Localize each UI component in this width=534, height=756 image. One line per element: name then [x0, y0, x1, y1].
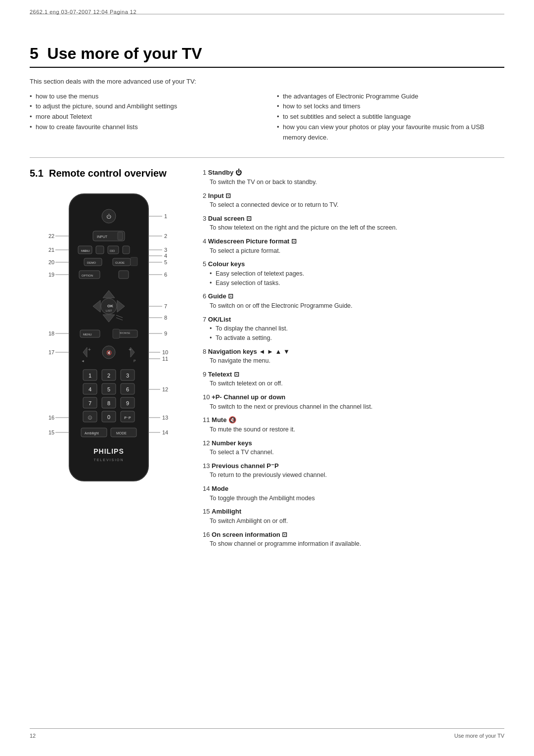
svg-text:🔇: 🔇 — [106, 350, 112, 356]
svg-text:8: 8 — [164, 315, 167, 321]
svg-text:OK: OK — [107, 304, 113, 308]
svg-text:P: P — [134, 359, 136, 363]
svg-text:Ambilight: Ambilight — [85, 431, 99, 435]
svg-text:LIST: LIST — [106, 309, 112, 312]
svg-text:14: 14 — [162, 429, 168, 435]
svg-text:17: 17 — [48, 349, 54, 355]
svg-text:MODE: MODE — [116, 431, 127, 435]
svg-rect-34 — [113, 329, 120, 338]
svg-text:GUIDE: GUIDE — [115, 261, 125, 264]
list-item: 3 Dual screen ⊡ To show teletext on the … — [203, 214, 504, 233]
intro-item: how you can view your photos or play you… — [277, 122, 504, 143]
svg-text:ⓘ: ⓘ — [88, 416, 92, 420]
items-list: 1 Standby ⏻ To switch the TV on or back … — [203, 168, 504, 553]
svg-text:PHILIPS: PHILIPS — [93, 447, 124, 455]
page: 2662.1 eng 03-07-2007 12:04 Pagina 12 5 … — [0, 0, 534, 756]
list-item: 16 On screen information ⊡ To show chann… — [203, 530, 504, 549]
intro-lists: how to use the menus to adjust the pictu… — [30, 92, 504, 143]
svg-text:7: 7 — [164, 303, 167, 309]
svg-text:20: 20 — [48, 259, 54, 265]
svg-text:◄: ◄ — [81, 359, 85, 363]
svg-text:1: 1 — [89, 373, 91, 378]
svg-text:18: 18 — [48, 331, 54, 336]
svg-text:P⁻P: P⁻P — [124, 416, 131, 420]
svg-text:⏻: ⏻ — [106, 214, 111, 219]
svg-text:9: 9 — [164, 331, 167, 336]
svg-text:TELEVISION: TELEVISION — [93, 458, 124, 462]
svg-text:5: 5 — [107, 386, 110, 392]
svg-text:16: 16 — [48, 415, 54, 421]
list-item: 2 Input ⊡ To select a connected device o… — [203, 191, 504, 210]
list-item: 1 Standby ⏻ To switch the TV on or back … — [203, 168, 504, 187]
svg-text:INPUT: INPUT — [97, 235, 108, 238]
footer-page-number: 12 — [30, 733, 36, 739]
intro-list-left: how to use the menus to adjust the pictu… — [30, 92, 257, 143]
chapter-title: 5 Use more of your TV — [30, 45, 504, 68]
list-item: 10 +P- Channel up or down To switch to t… — [203, 392, 504, 411]
svg-text:7: 7 — [89, 400, 91, 406]
svg-text:MENU: MENU — [83, 333, 92, 336]
intro-item: more about Teletext — [30, 112, 257, 122]
svg-text:3: 3 — [126, 373, 129, 378]
svg-text:+: + — [129, 347, 132, 352]
svg-text:9: 9 — [126, 400, 129, 406]
svg-text:10: 10 — [162, 349, 168, 355]
svg-text:6: 6 — [164, 272, 167, 278]
svg-text:C: C — [85, 249, 87, 252]
svg-text:2: 2 — [164, 233, 167, 239]
svg-text:8: 8 — [107, 400, 110, 406]
svg-text:4: 4 — [89, 386, 91, 392]
footer-rule — [30, 728, 504, 729]
list-item: 14 Mode To toggle through the Ambilight … — [203, 484, 504, 503]
section-heading: 5.1 Remote control overview — [30, 168, 188, 179]
remote-svg: ⏻ INPUT MENU C ⊡⊡ — [40, 189, 178, 496]
intro-list-right: the advantages of Electronic Programme G… — [277, 92, 504, 143]
svg-text:DEMO: DEMO — [87, 261, 96, 264]
list-item: 4 Widescreen Picture format ⊡ To select … — [203, 236, 504, 255]
svg-text:0: 0 — [107, 414, 110, 420]
section-51-content: 5.1 Remote control overview ⏻ INPUT — [30, 168, 504, 553]
svg-rect-20 — [119, 271, 129, 279]
svg-text:⊡⊡: ⊡⊡ — [110, 249, 115, 252]
svg-text:12: 12 — [162, 386, 168, 392]
svg-text:1: 1 — [164, 213, 167, 219]
header-text: 2662.1 eng 03-07-2007 12:04 Pagina 12 — [30, 9, 136, 15]
intro-item: to adjust the picture, sound and Ambilig… — [30, 101, 257, 112]
main-content: 5 Use more of your TV This section deals… — [30, 30, 504, 716]
svg-text:13: 13 — [162, 415, 168, 421]
section-divider — [30, 157, 504, 158]
svg-text:19: 19 — [48, 272, 54, 278]
list-item: 9 Teletext ⊡ To switch teletext on or of… — [203, 370, 504, 388]
intro-item: how to create favourite channel lists — [30, 122, 257, 133]
svg-rect-9 — [96, 246, 104, 254]
list-item: 11 Mute 🔇 To mute the sound or restore i… — [203, 415, 504, 434]
svg-text:4: 4 — [164, 253, 167, 259]
svg-text:BROWSE: BROWSE — [119, 331, 131, 334]
svg-text:15: 15 — [48, 429, 54, 435]
list-item: 15 Ambilight To switch Ambilight on or o… — [203, 507, 504, 525]
list-item: 7 OK/List To display the channel list. T… — [203, 315, 504, 343]
list-item: 5 Colour keys Easy selection of teletext… — [203, 259, 504, 287]
intro-item: how to set locks and timers — [277, 101, 504, 112]
remote-items: 1 Standby ⏻ To switch the TV on or back … — [203, 168, 504, 549]
remote-control: ⏻ INPUT MENU C ⊡⊡ — [40, 189, 178, 497]
svg-rect-12 — [123, 246, 130, 254]
intro-paragraph: This section deals with the more advance… — [30, 77, 504, 87]
intro-item: how to use the menus — [30, 92, 257, 102]
remote-section: 5.1 Remote control overview ⏻ INPUT — [30, 168, 188, 553]
svg-text:6: 6 — [126, 386, 129, 392]
svg-rect-17 — [131, 257, 137, 266]
list-item: 6 Guide ⊡ To switch on or off the Electr… — [203, 291, 504, 310]
intro-item: the advantages of Electronic Programme G… — [277, 92, 504, 102]
svg-text:5: 5 — [164, 259, 167, 265]
list-item: 13 Previous channel P⁻P To return to the… — [203, 461, 504, 480]
svg-text:11: 11 — [162, 356, 168, 362]
svg-rect-5 — [118, 232, 123, 240]
svg-text:2: 2 — [107, 373, 110, 378]
list-item: 12 Number keys To select a TV channel. — [203, 438, 504, 457]
intro-item: to set subtitles and select a subtitle l… — [277, 112, 504, 122]
svg-text:3: 3 — [164, 247, 167, 253]
svg-text:+: + — [88, 347, 91, 352]
svg-text:OPTION: OPTION — [82, 274, 93, 277]
footer-section-label: Use more of your TV — [454, 733, 504, 739]
